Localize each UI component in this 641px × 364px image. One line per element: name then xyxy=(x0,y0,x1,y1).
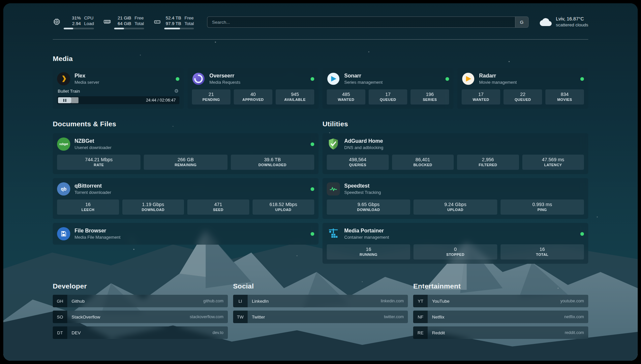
bookmark-linkedin[interactable]: LI LinkedIn linkedin.com xyxy=(233,295,408,307)
qbittorrent-link[interactable]: qb qBittorrent Torrent downloader xyxy=(57,182,314,196)
bookmark-url: linkedin.com xyxy=(381,299,404,303)
service-name: Plex xyxy=(75,73,99,79)
speedtest-icon xyxy=(327,182,340,196)
search-bar[interactable]: G xyxy=(207,16,529,28)
pause-icon xyxy=(63,99,64,102)
overseerr-icon xyxy=(192,72,205,85)
stat-queries: 498,564QUERIES xyxy=(327,155,389,170)
bookmark-abbr: LI xyxy=(233,295,248,307)
speedtest-link[interactable]: Speedtest Speedtest Tracking xyxy=(327,182,584,196)
status-dot xyxy=(176,77,179,81)
service-name: NZBGet xyxy=(75,138,111,144)
service-subtitle: Speedtest Tracking xyxy=(344,190,381,195)
status-dot xyxy=(311,77,314,81)
stat-series: 196SERIES xyxy=(411,89,449,105)
playback-progress-bar[interactable]: 24:44 / 02:06:47 xyxy=(57,96,179,104)
bookmark-group-social: Social LI LinkedIn linkedin.com TW Twitt… xyxy=(233,282,408,339)
status-dot xyxy=(311,187,314,191)
stat-stopped: 0STOPPED xyxy=(413,244,497,259)
bookmark-name: Netflix xyxy=(432,315,444,319)
bookmark-reddit[interactable]: RE Reddit reddit.com xyxy=(413,326,588,339)
memory-total-value: 64 GiB xyxy=(114,21,131,26)
stat-pending: 21PENDING xyxy=(192,89,230,105)
stat-upload: 9.24 GbpsUPLOAD xyxy=(413,199,497,215)
portainer-link[interactable]: Media Portainer Container management xyxy=(327,227,584,240)
service-name: Sonarr xyxy=(344,73,382,79)
settings-gear-icon[interactable]: ⚙ xyxy=(174,89,179,94)
disk-total-value: 97.9 TB xyxy=(164,21,181,26)
service-card-filebrowser: File Browser Media File Management xyxy=(53,223,319,245)
stat-movies: 834MOVIES xyxy=(545,89,584,105)
cpu-chip-icon xyxy=(53,18,61,26)
stat-seed: 471SEED xyxy=(187,199,249,215)
cpu-widget: 31%CPU 2.94Load xyxy=(53,15,94,29)
memory-total-label: Total xyxy=(135,21,144,26)
service-name: Media Portainer xyxy=(344,228,389,234)
documents-section-title: Documents & Files xyxy=(53,120,319,128)
bookmark-dev[interactable]: DT DEV dev.to xyxy=(53,326,228,339)
bookmark-netflix[interactable]: NF Netflix netflix.com xyxy=(413,311,588,323)
stat-approved: 40APPROVED xyxy=(234,89,272,105)
bookmark-name: Twitter xyxy=(252,315,265,319)
qbittorrent-icon: qb xyxy=(57,182,70,196)
memory-progress-bar xyxy=(114,28,144,29)
media-section-title: Media xyxy=(53,55,588,63)
header-divider xyxy=(53,39,588,40)
stat-upload: 618.52 MbpsUPLOAD xyxy=(253,199,315,215)
stat-queued: 17QUEUED xyxy=(369,89,407,105)
entertainment-section-title: Entertainment xyxy=(413,282,588,290)
stat-ping: 0.993 msPING xyxy=(501,199,584,215)
adguard-link[interactable]: AdGuard Home DNS and adblocking xyxy=(327,137,584,151)
service-subtitle: Media Requests xyxy=(209,79,240,85)
disk-progress-bar xyxy=(164,28,194,29)
bookmark-url: dev.to xyxy=(213,330,224,335)
disk-free-label: Free xyxy=(185,15,194,21)
developer-section-title: Developer xyxy=(53,282,228,290)
stat-download: 1.19 GbpsDOWNLOAD xyxy=(122,199,184,215)
bookmark-group-developer: Developer GH Github github.com SO StackO… xyxy=(53,282,228,339)
search-input[interactable] xyxy=(207,20,515,25)
portainer-crane-icon xyxy=(327,227,340,240)
sonarr-icon xyxy=(327,72,340,85)
stat-filtered: 2,956FILTERED xyxy=(457,155,519,170)
weather-condition: scattered clouds xyxy=(556,22,588,28)
status-dot xyxy=(311,142,314,146)
disk-free-value: 52.4 TB xyxy=(164,15,181,21)
weather-location: Lviv, 16.87°C xyxy=(556,16,588,22)
stat-remaining: 266 GBREMAINING xyxy=(144,155,227,170)
bookmark-stackoverflow[interactable]: SO StackOverflow stackoverflow.com xyxy=(53,311,228,323)
pause-button[interactable] xyxy=(58,97,71,103)
search-provider-button[interactable]: G xyxy=(515,17,528,27)
status-dot xyxy=(580,77,584,81)
radarr-link[interactable]: Radarr Movie management xyxy=(462,72,584,85)
memory-widget: 21 GiBFree 64 GiBTotal xyxy=(103,15,144,29)
plex-now-playing: Bullet Train ⚙ 24:44 / 02:06:47 xyxy=(57,89,179,104)
bookmark-abbr: DT xyxy=(53,326,67,339)
plex-link[interactable]: Plex Media server xyxy=(57,72,179,85)
stat-queued: 22QUEUED xyxy=(504,89,542,105)
status-dot xyxy=(580,232,584,236)
filebrowser-link[interactable]: File Browser Media File Management xyxy=(57,227,314,240)
bookmark-abbr: YT xyxy=(413,295,428,307)
section-documents: Documents & Files nzbget NZBGet Usenet d… xyxy=(53,120,319,245)
disk-icon xyxy=(153,18,161,26)
memory-free-label: Free xyxy=(135,15,144,21)
section-media: Media Plex Media server xyxy=(53,55,588,109)
stat-latency: 47.569 msLATENCY xyxy=(522,155,584,170)
bookmark-twitter[interactable]: TW Twitter twitter.com xyxy=(233,311,408,323)
now-playing-title: Bullet Train xyxy=(58,89,80,94)
cpu-usage-value: 31% xyxy=(64,15,81,21)
bookmark-name: Github xyxy=(72,299,85,304)
nzbget-link[interactable]: nzbget NZBGet Usenet downloader xyxy=(57,137,314,151)
cpu-load-label: Load xyxy=(84,21,94,26)
bookmark-youtube[interactable]: YT YouTube youtube.com xyxy=(413,295,588,307)
plex-icon xyxy=(57,72,70,85)
utilities-section-title: Utilities xyxy=(322,120,588,128)
sonarr-link[interactable]: Sonarr Series management xyxy=(327,72,449,85)
bookmark-github[interactable]: GH Github github.com xyxy=(53,295,228,307)
service-subtitle: Movie management xyxy=(479,79,517,85)
top-bar: 31%CPU 2.94Load 21 GiBFree 64 xyxy=(53,3,588,29)
bookmark-url: netflix.com xyxy=(564,315,584,319)
cloud-icon xyxy=(540,16,552,28)
overseerr-link[interactable]: Overseerr Media Requests xyxy=(192,72,314,85)
